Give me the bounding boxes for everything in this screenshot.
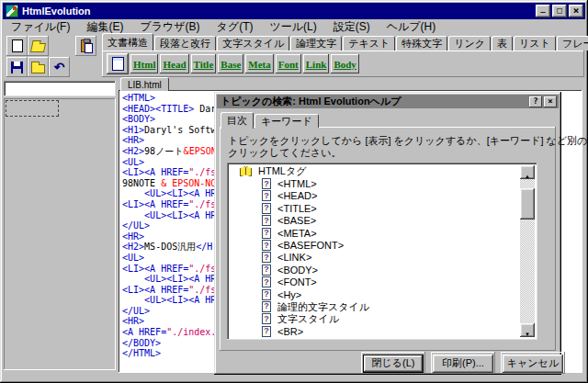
code-segment	[122, 295, 144, 305]
code-segment: </H	[196, 242, 212, 252]
category-tab-6[interactable]: リンク	[448, 36, 491, 51]
code-segment: <HEAD><TITLE>	[122, 104, 194, 114]
dialog-button-print[interactable]: 印刷(P)...	[433, 355, 493, 373]
code-line: 98NOTE & EPSON-NO	[122, 178, 217, 189]
topic-label: <FONT>	[277, 276, 317, 287]
category-tab-5[interactable]: 特殊文字	[396, 36, 447, 51]
code-segment: <BODY>	[122, 114, 155, 124]
topic-item[interactable]: <FONT>	[230, 276, 520, 288]
scroll-up-button[interactable]	[520, 165, 535, 179]
category-tab-0[interactable]: 文書構造	[102, 33, 153, 51]
instruction-line-1: トピックをクリックしてから [表示] をクリックするか、[キーワード] など別の…	[228, 135, 588, 147]
selection-outline	[6, 100, 59, 117]
tag-button-title[interactable]: Title	[191, 54, 217, 73]
code-line: <BODY>	[122, 114, 217, 125]
topic-label: <BASEFONT>	[277, 240, 344, 251]
dialog-button-cancel[interactable]: キャンセル	[503, 355, 563, 373]
scroll-down-button[interactable]	[520, 323, 535, 337]
code-line: <HR>	[122, 231, 217, 242]
category-tab-9[interactable]: フレーム	[557, 36, 588, 51]
code-segment: Dar	[194, 104, 216, 114]
tag-button-head[interactable]: Head	[160, 54, 188, 73]
code-segment: <UL>	[122, 157, 144, 167]
topic-item[interactable]: HTMLタグ	[230, 165, 520, 177]
topic-label: HTMLタグ	[258, 165, 306, 178]
tag-button-html[interactable]: Html	[130, 54, 158, 73]
tag-button-link[interactable]: Link	[303, 54, 330, 73]
topic-item[interactable]: <LINK>	[230, 252, 520, 264]
topic-label: <Hy>	[277, 289, 301, 300]
category-tab-8[interactable]: リスト	[514, 36, 556, 51]
topic-item[interactable]: 文字スタイル	[230, 313, 520, 325]
undo-icon	[54, 59, 65, 75]
category-tab-2[interactable]: 文字スタイル	[217, 36, 289, 51]
topic-item[interactable]: <Hy>	[230, 288, 520, 300]
code-segment: <LI><A HREF=	[122, 199, 188, 209]
code-line: <LI><A HREF="./fs	[122, 285, 217, 296]
question-page-icon	[262, 190, 271, 201]
dialog-tab-1[interactable]: キーワード	[254, 114, 319, 128]
save-icon	[11, 62, 23, 73]
topic-item[interactable]: <BODY>	[230, 264, 520, 276]
topic-item[interactable]: <HTML>	[230, 177, 520, 189]
folder-button[interactable]	[28, 57, 49, 77]
dialog-help-button[interactable]: ?	[529, 96, 542, 107]
new-document-button[interactable]	[6, 36, 28, 56]
question-page-icon	[262, 289, 271, 300]
open-file-button[interactable]	[28, 36, 49, 56]
code-line: </UL>	[122, 220, 217, 231]
code-segment: "./fs	[188, 167, 216, 177]
dialog-close-button[interactable]: ×	[544, 96, 557, 107]
code-segment: <HR>	[122, 316, 144, 326]
category-tab-strip: 文書構造段落と改行文字スタイル論理文字テキスト特殊文字リンク表リストフレームフォ…	[102, 33, 584, 51]
question-page-icon	[262, 215, 271, 226]
topic-item[interactable]: <META>	[230, 227, 520, 239]
editor-document-tab[interactable]: LIB.html	[120, 77, 169, 91]
structure-panel	[4, 98, 116, 370]
code-line: <LI><A HREF="./fs	[122, 167, 217, 178]
topic-item[interactable]: <HEAD>	[230, 190, 520, 202]
maximize-button[interactable]	[552, 5, 567, 17]
minimize-button[interactable]	[536, 5, 550, 17]
paste-button[interactable]	[75, 36, 96, 56]
code-segment: <LI><A HREF=	[122, 285, 188, 295]
topic-item[interactable]: <TITLE>	[230, 202, 520, 214]
topic-item[interactable]: 論理的文字スタイル	[230, 300, 520, 312]
code-segment: "./index.	[166, 327, 216, 337]
code-segment: <UL><LI><A HR	[144, 274, 216, 284]
save-button[interactable]	[6, 57, 28, 77]
file-list-box[interactable]	[4, 81, 116, 96]
topic-label: 文字スタイル	[277, 312, 339, 326]
dialog-tab-0[interactable]: 目次	[220, 112, 254, 129]
dialog-tab-page: トピックをクリックしてから [表示] をクリックするか、[キーワード] など別の…	[220, 127, 556, 351]
question-page-icon	[262, 252, 271, 263]
question-page-icon	[262, 326, 271, 337]
undo-button[interactable]	[49, 57, 70, 77]
code-segment	[122, 274, 144, 284]
close-button[interactable]	[569, 5, 583, 17]
code-area: <HTML><HEAD><TITLE> Dar<BODY><H1>Daryl's…	[122, 93, 217, 359]
code-segment: <H2>	[122, 242, 144, 252]
category-tab-7[interactable]: 表	[492, 36, 513, 51]
vertical-scrollbar[interactable]	[520, 165, 535, 337]
html-page-icon-button[interactable]	[107, 53, 129, 74]
tag-button-body[interactable]: Body	[331, 54, 358, 73]
dialog-button-bar: 閉じる(L)印刷(P)...キャンセル	[361, 352, 565, 374]
tag-button-font[interactable]: Font	[276, 54, 301, 73]
topic-item[interactable]: <BASEFONT>	[230, 239, 520, 251]
topic-item[interactable]: <BASE>	[230, 215, 520, 227]
category-tab-4[interactable]: テキスト	[343, 36, 395, 51]
topic-item[interactable]: <BR>	[230, 325, 520, 337]
menu-item-0[interactable]: ファイル(F)	[3, 18, 78, 36]
dialog-button-close[interactable]: 閉じる(L)	[363, 355, 424, 373]
code-segment: <UL><LI><A HR	[144, 188, 216, 198]
tag-button-base[interactable]: Base	[218, 54, 243, 73]
tag-button-meta[interactable]: Meta	[245, 54, 273, 73]
code-segment: <UL><LI><A HR	[144, 210, 216, 220]
category-tab-1[interactable]: 段落と改行	[154, 36, 216, 51]
code-segment: <HTML>	[122, 93, 155, 103]
scroll-thumb[interactable]	[520, 188, 535, 220]
code-segment: </UL>	[122, 306, 150, 316]
category-tab-3[interactable]: 論理文字	[290, 36, 342, 51]
html-page-icon	[112, 57, 124, 71]
